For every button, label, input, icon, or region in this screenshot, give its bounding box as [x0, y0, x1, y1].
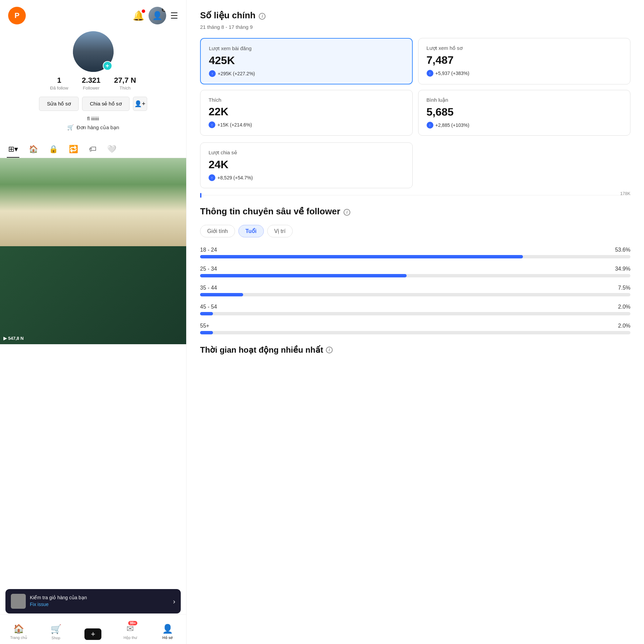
right-panel: Số liệu chính i 21 tháng 8 - 17 tháng 9 …: [187, 0, 644, 644]
up-arrow-icon-5: ↑: [209, 174, 215, 181]
age-range-25-34: 25 - 34: [200, 266, 217, 272]
bar-track-35-44: [200, 293, 630, 296]
age-pct-55plus: 2.0%: [618, 323, 630, 329]
notif-main-text: Kiểm tra giỏ hàng của bạn: [30, 595, 87, 600]
metric-card-shares[interactable]: Lượt chia sẻ 24K ↑ +8,529 (+54.7%): [200, 142, 413, 188]
tab-location[interactable]: Vị trí: [267, 225, 293, 237]
nav-create[interactable]: +: [75, 628, 112, 640]
divider-number: 178K: [620, 191, 630, 196]
add-friend-icon: 👤+: [134, 100, 145, 108]
nav-home[interactable]: 🏠 Trang chủ: [0, 624, 37, 640]
bar-fill-45-54: [200, 312, 213, 315]
age-pct-18-24: 53.6%: [615, 247, 630, 253]
avatar-badge: 99: [162, 7, 166, 12]
date-range: 21 tháng 8 - 17 tháng 9: [200, 24, 630, 30]
bottom-nav: 🏠 Trang chủ 🛒 Shop + ✉ 99+ Hộp thư 👤 Hồ …: [0, 614, 186, 644]
metric-change-likes: ↑ +15K (+214.6%): [209, 121, 404, 128]
nav-profile[interactable]: 👤 Hồ sơ: [149, 624, 186, 640]
metric-card-likes[interactable]: Thích 22K ↑ +15K (+214.6%): [200, 90, 413, 136]
video-thumbnail[interactable]: ▶ 547,8 N: [0, 158, 186, 344]
metric-value-comments: 5,685: [427, 106, 622, 118]
top-avatar[interactable]: 👤 99: [149, 7, 166, 24]
up-arrow-icon-3: ↑: [209, 121, 215, 128]
up-arrow-icon-2: ↑: [427, 70, 433, 77]
create-button[interactable]: +: [84, 628, 101, 640]
top-bar-right: 🔔 👤 99 ☰: [133, 7, 178, 24]
age-header-25-34: 25 - 34 34.9%: [200, 266, 630, 272]
content-grid: ▶ 547,8 N: [0, 158, 186, 614]
age-item-35-44: 35 - 44 7.5%: [200, 285, 630, 296]
age-range-35-44: 35 - 44: [200, 285, 217, 291]
time-info-icon[interactable]: i: [326, 347, 333, 353]
stat-follow: 1 Đã follow: [50, 76, 68, 91]
notif-thumbnail: [11, 594, 26, 609]
edit-profile-button[interactable]: Sửa hồ sơ: [39, 97, 79, 111]
metric-change-shares: ↑ +8,529 (+54.7%): [209, 174, 404, 181]
age-header-55plus: 55+ 2.0%: [200, 323, 630, 329]
change-text-views-post: +295K (+227.2%): [218, 71, 255, 76]
metrics-info-icon[interactable]: i: [259, 13, 266, 20]
bottom-notification[interactable]: Kiểm tra giỏ hàng của bạn Fix issue ›: [5, 589, 181, 613]
metric-label-shares: Lượt chia sẻ: [209, 150, 404, 156]
metrics-grid: Lượt xem bài đăng 425K ↑ +295K (+227.2%)…: [200, 38, 630, 136]
stat-follower-value: 2.321: [82, 76, 100, 85]
top-bar: P 🔔 👤 99 ☰: [0, 0, 186, 28]
bar-fill-55plus: [200, 331, 213, 334]
inbox-icon-wrapper: ✉ 99+: [126, 624, 134, 634]
notification-bell[interactable]: 🔔: [133, 10, 144, 21]
nav-shop[interactable]: 🛒 Shop: [37, 624, 75, 640]
metric-label-likes: Thích: [209, 97, 404, 103]
age-header-35-44: 35 - 44 7.5%: [200, 285, 630, 291]
add-avatar-button[interactable]: +: [103, 61, 112, 71]
metric-label-comments: Bình luận: [427, 97, 622, 103]
follower-header: Thông tin chuyên sâu về follower i: [200, 206, 630, 218]
metric-card-shares-wrapper: Lượt chia sẻ 24K ↑ +8,529 (+54.7%): [200, 142, 413, 188]
tab-grid[interactable]: ⊞▾: [7, 141, 19, 158]
tab-bar: ⊞▾ 🏠 🔒 🔁 🏷 🤍: [0, 141, 186, 158]
metric-card-profile-views[interactable]: Lượt xem hồ sơ 7,487 ↑ +5,937 (+383%): [418, 38, 631, 84]
nav-inbox[interactable]: ✉ 99+ Hộp thư: [112, 624, 149, 640]
metric-card-comments[interactable]: Bình luận 5,685 ↑ +2,885 (+103%): [418, 90, 631, 136]
menu-button[interactable]: ☰: [170, 11, 178, 21]
stat-likes: 27,7 N Thích: [114, 76, 136, 91]
left-panel: P 🔔 👤 99 ☰ +: [0, 0, 187, 644]
age-pct-45-54: 2.0%: [618, 304, 630, 310]
metric-card-views-post[interactable]: Lượt xem bài đăng 425K ↑ +295K (+227.2%): [200, 38, 413, 84]
fix-issue-link[interactable]: Fix issue: [30, 602, 48, 607]
tab-tag[interactable]: 🏷: [87, 141, 98, 158]
notif-text-content: Kiểm tra giỏ hàng của bạn Fix issue: [30, 594, 169, 608]
metric-label-views-post: Lượt xem bài đăng: [209, 45, 404, 52]
share-profile-button[interactable]: Chia sẻ hồ sơ: [82, 97, 130, 111]
play-icon: ▶: [3, 336, 7, 341]
bar-track-55plus: [200, 331, 630, 334]
metric-change-profile-views: ↑ +5,937 (+383%): [427, 70, 622, 77]
nav-inbox-label: Hộp thư: [123, 636, 137, 640]
age-header-18-24: 18 - 24 53.6%: [200, 247, 630, 253]
time-activity-label: Thời gian hoạt động nhiều nhất: [200, 345, 323, 355]
tab-gender[interactable]: Giới tính: [200, 225, 235, 237]
up-arrow-icon-4: ↑: [427, 122, 433, 129]
tab-repost[interactable]: 🔁: [67, 141, 79, 158]
tab-age[interactable]: Tuổi: [238, 225, 264, 237]
add-friend-button[interactable]: 👤+: [133, 97, 147, 111]
change-text-shares: +8,529 (+54.7%): [217, 175, 253, 180]
age-header-45-54: 45 - 54 2.0%: [200, 304, 630, 310]
home-icon: 🏠: [13, 624, 24, 634]
stat-follower-label: Follower: [82, 85, 100, 91]
video-views-text: 547,8 N: [8, 336, 24, 341]
nav-profile-label: Hồ sơ: [162, 636, 173, 640]
tab-lock[interactable]: 🔒: [47, 141, 59, 158]
metric-value-profile-views: 7,487: [427, 54, 622, 66]
metric-change-views-post: ↑ +295K (+227.2%): [209, 70, 404, 77]
action-buttons: Sửa hồ sơ Chia sẻ hồ sơ 👤+: [39, 97, 147, 111]
stat-follow-label: Đã follow: [50, 85, 68, 91]
follower-title: Thông tin chuyên sâu về follower: [200, 206, 340, 217]
stats-row: 1 Đã follow 2.321 Follower 27,7 N Thích: [50, 76, 136, 91]
follower-info-icon[interactable]: i: [344, 209, 350, 216]
change-text-comments: +2,885 (+103%): [435, 122, 469, 128]
tab-heart[interactable]: 🤍: [106, 141, 118, 158]
up-arrow-icon: ↑: [209, 70, 216, 77]
tab-archive[interactable]: 🏠: [27, 141, 39, 158]
bar-track-45-54: [200, 312, 630, 315]
order-row[interactable]: 🛒 Đơn hàng của bạn: [67, 124, 119, 131]
